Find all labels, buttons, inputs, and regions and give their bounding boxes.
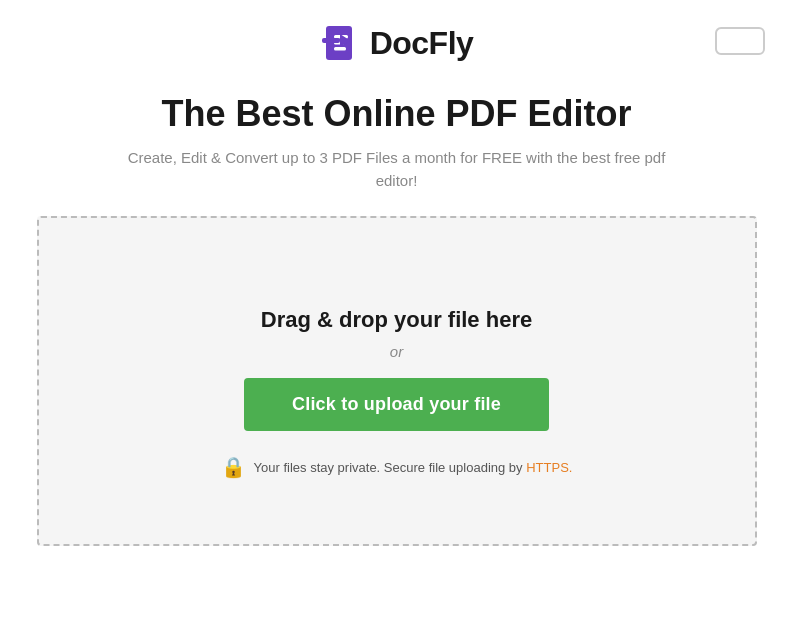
header-action-button[interactable] [715, 27, 765, 55]
logo: DocFly [320, 22, 474, 64]
security-text: Your files stay private. Secure file upl… [254, 460, 573, 475]
upload-button[interactable]: Click to upload your file [244, 378, 549, 431]
docfly-logo-icon [320, 22, 362, 64]
hero-section: The Best Online PDF Editor Create, Edit … [67, 82, 727, 216]
svg-rect-3 [334, 47, 346, 51]
https-link[interactable]: HTTPS. [526, 460, 572, 475]
header: DocFly [0, 0, 793, 82]
svg-rect-4 [322, 38, 340, 43]
hero-subtitle: Create, Edit & Convert up to 3 PDF Files… [107, 147, 687, 192]
upload-drop-zone[interactable]: Drag & drop your file here or Click to u… [37, 216, 757, 546]
hero-title: The Best Online PDF Editor [107, 92, 687, 135]
security-prefix: Your files stay private. Secure file upl… [254, 460, 527, 475]
lock-icon: 🔒 [221, 455, 246, 479]
security-notice: 🔒 Your files stay private. Secure file u… [221, 455, 573, 479]
or-label: or [390, 343, 403, 360]
logo-text: DocFly [370, 25, 474, 62]
drag-drop-label: Drag & drop your file here [261, 307, 532, 333]
